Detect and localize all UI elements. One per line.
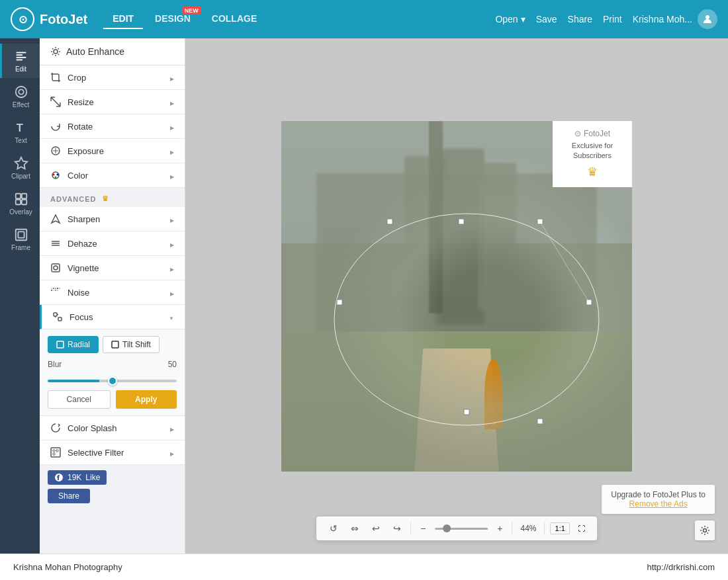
crop-menu-item[interactable]: Crop (40, 65, 185, 90)
refresh-button[interactable]: ↺ (326, 520, 341, 536)
svg-point-19 (55, 177, 57, 179)
svg-rect-43 (56, 450, 58, 452)
dehaze-chevron-icon (170, 239, 174, 249)
vignette-menu-item[interactable]: Vignette (40, 256, 185, 280)
sharpen-menu-item[interactable]: Sharpen (40, 207, 185, 231)
share-button[interactable]: Share (568, 14, 592, 24)
color-splash-menu-item[interactable]: Color Splash (40, 416, 185, 440)
badge-logo: ⊙ FotoJet (562, 129, 623, 138)
rotate-menu-item[interactable]: Rotate (40, 114, 185, 139)
vignette-label: Vignette (68, 263, 99, 273)
fit-button[interactable]: ⛶ (575, 523, 588, 534)
social-buttons: 19K Like Share (40, 465, 185, 509)
settings-icon (700, 525, 710, 536)
svg-rect-32 (53, 290, 54, 291)
svg-rect-10 (15, 200, 20, 204)
main-container: Edit Effect T Text Clipart (0, 38, 728, 554)
sidebar-item-frame[interactable]: Frame (0, 222, 40, 257)
resize-menu-item[interactable]: Resize (40, 90, 185, 114)
auto-enhance-button[interactable]: Auto Enhance (40, 38, 185, 65)
like-count: 19K (68, 473, 81, 482)
facebook-like-button[interactable]: 19K Like (48, 470, 107, 485)
main-image[interactable]: ⊙ FotoJet Exclusive for Subscribers ♛ (281, 121, 632, 472)
image-container: ⊙ FotoJet Exclusive for Subscribers ♛ (281, 121, 632, 472)
focus-apply-button[interactable]: Apply (116, 390, 177, 409)
zoom-out-button[interactable]: − (416, 520, 430, 536)
blur-slider-container (48, 373, 177, 385)
sidebar-item-text[interactable]: T Text (0, 115, 40, 149)
undo-button[interactable]: ↩ (368, 520, 384, 536)
sidebar-item-clipart[interactable]: Clipart (0, 151, 40, 185)
badge-crown-icon: ♛ (562, 165, 623, 179)
svg-rect-42 (53, 450, 55, 452)
facebook-share-button[interactable]: Share (48, 489, 90, 503)
svg-point-25 (54, 266, 58, 270)
sidebar-item-effect[interactable]: Effect (0, 79, 40, 114)
flip-button[interactable]: ⇔ (347, 520, 363, 536)
exposure-menu-item[interactable]: Exposure (40, 139, 185, 163)
like-label: Like (85, 473, 100, 482)
noise-menu-item[interactable]: Noise (40, 280, 185, 305)
advanced-section: ADVANCED ♛ (40, 188, 185, 207)
svg-rect-27 (53, 288, 54, 289)
top-actions: Open ▾ Save Share Print Krishna Moh... (495, 9, 717, 29)
print-button[interactable]: Print (603, 14, 622, 24)
zoom-in-button[interactable]: + (493, 520, 506, 536)
exposure-chevron-icon (170, 146, 174, 156)
settings-button[interactable] (695, 520, 715, 540)
svg-rect-36 (58, 317, 62, 321)
nav-collage[interactable]: COLLAGE (203, 9, 266, 29)
bottom-toolbar: ↺ ⇔ ↩ ↪ − + 44% 1:1 ⛶ (316, 517, 597, 540)
resize-icon (50, 97, 61, 107)
crop-icon (50, 72, 61, 83)
selective-filter-chevron-icon (170, 448, 174, 458)
svg-point-14 (54, 50, 58, 54)
radial-tab[interactable]: Radial (48, 336, 99, 353)
open-button[interactable]: Open ▾ (495, 14, 525, 24)
focus-chevron-icon (169, 312, 174, 322)
blur-slider[interactable] (48, 380, 177, 382)
color-splash-icon (50, 423, 61, 433)
nav-edit[interactable]: EDIT (103, 9, 143, 29)
user-area[interactable]: Krishna Moh... (633, 9, 717, 29)
radial-icon (56, 341, 64, 349)
color-menu-item[interactable]: Color (40, 163, 185, 188)
svg-rect-41 (51, 448, 60, 457)
toolbar-separator-2 (512, 522, 513, 535)
selective-filter-menu-item[interactable]: Selective Filter (40, 440, 185, 465)
svg-rect-28 (55, 288, 56, 289)
nav-tabs: EDIT DESIGN NEW COLLAGE (103, 9, 266, 29)
focus-label: Focus (69, 312, 93, 322)
crop-chevron-icon (170, 73, 174, 83)
svg-point-18 (57, 174, 59, 176)
zoom-slider[interactable] (435, 528, 488, 530)
user-name: Krishna Moh... (633, 14, 692, 24)
toolbar-separator (410, 522, 411, 535)
focus-menu-item[interactable]: Focus (40, 305, 185, 329)
selective-filter-icon (50, 447, 61, 458)
sidebar-item-overlay[interactable]: Overlay (0, 186, 40, 221)
save-button[interactable]: Save (536, 14, 557, 24)
focus-sub-panel: Radial Tilt Shift Blur 50 Cancel Apply (40, 329, 185, 416)
sidebar-item-edit[interactable]: Edit (0, 44, 40, 78)
svg-text:T: T (16, 122, 23, 134)
svg-point-54 (704, 529, 707, 532)
new-badge: NEW (182, 7, 201, 15)
clipart-label: Clipart (11, 173, 30, 180)
svg-rect-26 (51, 288, 52, 289)
redo-button[interactable]: ↪ (389, 520, 405, 536)
zoom-ratio-button[interactable]: 1:1 (551, 522, 570, 534)
svg-point-6 (19, 89, 23, 94)
rotate-icon (50, 121, 61, 132)
upgrade-link[interactable]: Remove the Ads (629, 499, 688, 509)
svg-rect-8 (15, 194, 20, 198)
overlay-label: Overlay (9, 208, 32, 216)
tilt-shift-tab[interactable]: Tilt Shift (103, 336, 159, 353)
focus-cancel-button[interactable]: Cancel (48, 390, 111, 409)
svg-rect-30 (59, 288, 60, 289)
dehaze-menu-item[interactable]: Dehaze (40, 231, 185, 256)
nav-design[interactable]: DESIGN NEW (146, 9, 200, 29)
svg-rect-11 (21, 200, 26, 204)
edit-label: Edit (15, 65, 26, 73)
color-icon (50, 170, 61, 181)
